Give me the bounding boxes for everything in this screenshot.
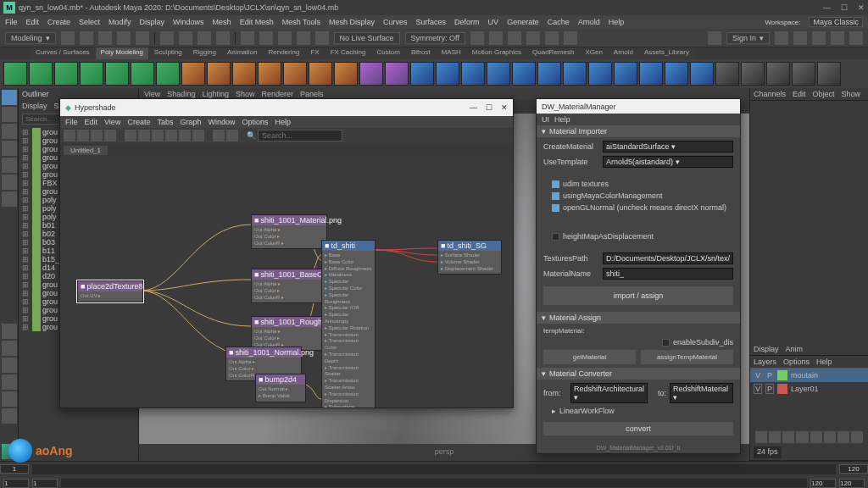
menu-surfaces[interactable]: Surfaces [416,18,447,26]
shelf-extrude-icon[interactable] [461,62,485,86]
shelf-multicut-icon[interactable] [715,62,739,86]
signin-dropdown[interactable]: Sign In▾ [726,32,770,44]
node-bump2d[interactable]: ■bump2d4 Out NormalBump Value [255,374,306,402]
snap-live-icon[interactable] [315,31,329,45]
fps-dropdown[interactable]: 24 fps [754,446,782,458]
vp-menu-view[interactable]: View [144,90,160,98]
port-outuv[interactable]: Out UV [81,293,140,300]
menu-modify[interactable]: Modify [108,18,131,26]
display-layer-row[interactable]: VPLayer01 [750,382,868,396]
hs-menu-create[interactable]: Create [127,118,150,126]
getmaterial-button[interactable]: getMaterial [543,350,636,364]
layout-four[interactable] [2,341,17,356]
ipr-icon[interactable] [508,31,521,45]
shelf-boolean-icon[interactable] [614,62,637,86]
menu-windows[interactable]: Windows [173,18,204,26]
hs-graph-in-icon[interactable] [125,130,136,141]
hs-search-input[interactable] [258,130,342,141]
save-scene-icon[interactable] [98,31,112,45]
menu-select[interactable]: Select [79,18,100,26]
hs-menu-window[interactable]: Window [208,118,235,126]
node-port[interactable]: Specular [325,279,372,286]
hs-menu-graph[interactable]: Graph [180,118,201,126]
shelf-cube-icon[interactable] [29,62,53,86]
node-port[interactable]: Transmission [325,332,372,339]
shelf-platonic-icon[interactable] [181,62,205,86]
hs-menu-tabs[interactable]: Tabs [157,118,173,126]
menu-display[interactable]: Display [140,18,165,26]
time-track[interactable] [32,464,836,474]
shelf-tab-assets[interactable]: Assets_Library [639,47,694,59]
hs-toggle-bins-icon[interactable] [64,130,75,141]
play-prevkey-icon[interactable] [769,431,781,443]
chk-colormgmt[interactable]: usingMayaColorManagement [543,191,733,200]
section-importer[interactable]: ▾Material Importer [537,125,740,137]
hs-menu-options[interactable]: Options [242,118,268,126]
material-manager-window[interactable]: DW_MaterialManager UI Help ▾Material Imp… [536,98,741,454]
layer-menu-options[interactable]: Options [783,358,810,366]
node-port[interactable]: Base Color [325,259,372,266]
layout-two-side[interactable] [2,358,17,373]
shelf-helix-icon[interactable] [258,62,281,86]
hs-solo-last-icon[interactable] [226,130,238,141]
shelf-supershape-icon[interactable] [334,62,358,86]
shelf-tab-sculpting[interactable]: Sculpting [149,47,187,59]
hs-close-button[interactable]: ✕ [501,103,508,112]
menu-cache[interactable]: Cache [548,18,570,26]
node-material-tex[interactable]: ■shiti_1001_Material.png Out AlphaOut Co… [251,214,327,249]
time-current-input[interactable] [0,464,29,474]
range-track[interactable] [61,479,807,487]
shelf-pipe-icon[interactable] [232,62,256,86]
node-port[interactable]: Specular Color [325,286,372,292]
node-port[interactable]: Specular IOR [325,305,372,312]
node-port[interactable]: Specular Rotation [325,325,372,332]
hs-workarea-tab[interactable]: Untitled_1 [64,146,108,155]
mm-menu-help[interactable]: Help [554,115,570,124]
shelf-combine-icon[interactable] [410,62,434,86]
rotate-tool[interactable] [2,158,17,173]
vp-menu-panels[interactable]: Panels [300,90,324,98]
shelf-tab-arnold[interactable]: Arnold [609,47,638,59]
hs-menu-file[interactable]: File [65,118,78,126]
node-port[interactable]: Transmission Scatter Aniso [325,378,372,391]
convert-button[interactable]: convert [543,422,733,435]
play-fwd-icon[interactable] [810,431,822,443]
layout-persp[interactable] [2,391,17,407]
marketplace-icon[interactable] [775,31,788,45]
shelf-bridge-icon[interactable] [487,62,510,86]
shelf-mergevert-icon[interactable] [639,62,663,86]
node-port[interactable]: Diffuse Roughness [325,266,372,273]
menu-edit[interactable]: Edit [26,18,40,26]
node-aistandard[interactable]: ■td_shiti BaseBase ColorDiffuse Roughnes… [321,240,376,408]
node-port[interactable]: Transmission Color [325,338,372,352]
hs-rearrange-icon[interactable] [192,130,204,141]
scale-tool[interactable] [2,175,17,190]
shelf-smooth-icon[interactable] [588,62,612,86]
shelf-bevel-icon[interactable] [512,62,536,86]
vp-menu-shading[interactable]: Shading [167,90,195,98]
cb-tab-display[interactable]: Display [754,345,779,353]
section-assign[interactable]: ▾Material Assign [537,312,740,324]
redo-icon[interactable] [136,31,149,45]
shelf-extract-icon[interactable] [537,62,561,86]
hs-toggle-create-icon[interactable] [77,130,89,141]
matname-input[interactable] [603,268,733,280]
shelf-disc-icon[interactable] [156,62,180,86]
shelf-tab-custom[interactable]: Custom [371,47,405,59]
shelf-tab-xgen[interactable]: XGen [580,47,607,59]
shelf-type-icon[interactable] [359,62,383,86]
prefs-icon[interactable] [853,446,865,458]
menu-curves[interactable]: Curves [383,18,408,26]
shelf-tab-fxcache[interactable]: FX Caching [326,47,371,59]
shelf-soccer-icon[interactable] [309,62,332,86]
layout-1-icon[interactable] [793,31,807,45]
range-end-input[interactable] [839,479,865,488]
shelf-plane-icon[interactable] [131,62,154,86]
layout-single[interactable] [2,324,17,339]
last-tool[interactable] [2,191,17,207]
menu-deform[interactable]: Deform [454,18,480,26]
maximize-button[interactable]: ☐ [841,3,848,12]
node-port[interactable]: Transmission Dispersion [325,391,372,405]
node-port[interactable]: Transmission Scatter [325,365,372,379]
shelf-svg-icon[interactable] [385,62,409,86]
